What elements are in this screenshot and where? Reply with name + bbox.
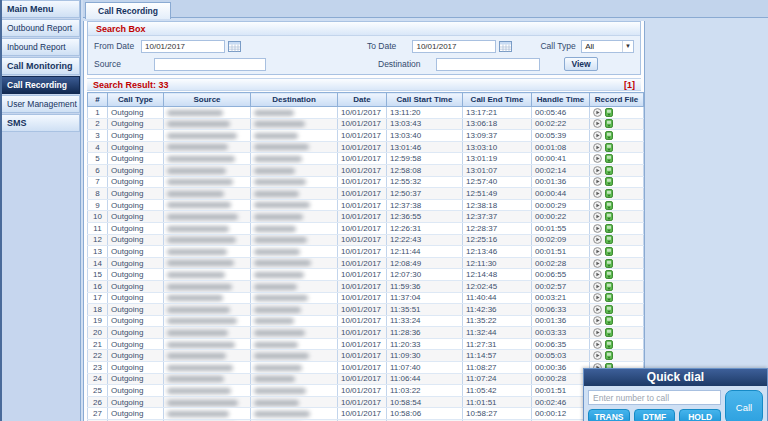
recording-file-icon[interactable]: [605, 154, 613, 163]
table-row: 19Outgoing10/01/201711:33:2411:35:2200:0…: [88, 315, 644, 327]
end-time-cell: 12:02:45: [463, 280, 532, 292]
handle-time-cell: 00:00:41: [532, 153, 590, 165]
recording-file-icon[interactable]: [605, 166, 613, 175]
calendar-icon[interactable]: [228, 41, 241, 52]
play-recording-icon[interactable]: [593, 351, 602, 360]
call-button[interactable]: Call: [725, 390, 763, 421]
recording-file-icon[interactable]: [605, 189, 613, 198]
dtmf-button[interactable]: DTMF: [634, 409, 676, 421]
play-recording-icon[interactable]: [593, 247, 602, 256]
play-recording-icon[interactable]: [593, 328, 602, 337]
play-recording-icon[interactable]: [593, 131, 602, 140]
recording-file-icon[interactable]: [605, 328, 613, 337]
recording-file-icon[interactable]: [605, 305, 613, 314]
play-recording-icon[interactable]: [593, 224, 602, 233]
play-recording-icon[interactable]: [593, 189, 602, 198]
date-cell: 10/01/2017: [338, 327, 387, 339]
masked-source-value: [167, 144, 228, 150]
recording-file-icon[interactable]: [605, 131, 613, 140]
play-recording-icon[interactable]: [593, 212, 602, 221]
handle-time-cell: 00:00:22: [532, 211, 590, 223]
play-recording-icon[interactable]: [593, 201, 602, 210]
call-type-cell: Outgoing: [108, 153, 164, 165]
recording-file-icon[interactable]: [605, 340, 613, 349]
recording-file-icon[interactable]: [605, 108, 613, 117]
sidebar-item-outbound-report[interactable]: Outbound Report: [2, 19, 80, 37]
view-button[interactable]: View: [564, 57, 598, 71]
sidebar-item-inbound-report[interactable]: Inbound Report: [2, 38, 80, 56]
source-input[interactable]: [154, 58, 266, 71]
trans-button[interactable]: TRANS: [588, 409, 630, 421]
end-time-cell: 11:01:51: [463, 396, 532, 408]
destination-input[interactable]: [436, 58, 540, 71]
destination-cell: [251, 164, 338, 176]
dial-number-input[interactable]: [588, 390, 721, 405]
search-result-count: Search Result: 33: [93, 79, 169, 90]
play-recording-icon[interactable]: [593, 143, 602, 152]
end-time-cell: 12:51:49: [463, 188, 532, 200]
source-cell: [164, 130, 251, 142]
recording-file-icon[interactable]: [605, 201, 613, 210]
play-recording-icon[interactable]: [593, 166, 602, 175]
to-date-label: To Date: [367, 41, 412, 51]
end-time-cell: 11:40:44: [463, 292, 532, 304]
hold-button[interactable]: HOLD: [679, 409, 721, 421]
destination-cell: [251, 338, 338, 350]
recording-file-icon[interactable]: [605, 351, 613, 360]
recording-file-icon[interactable]: [605, 212, 613, 221]
play-recording-icon[interactable]: [593, 293, 602, 302]
sidebar-item-call-recording[interactable]: Call Recording: [2, 76, 80, 94]
recording-file-icon[interactable]: [605, 270, 613, 279]
table-row: 24Outgoing10/01/201711:06:4411:07:2400:0…: [88, 373, 644, 385]
row-num: 24: [88, 373, 108, 385]
recording-file-icon[interactable]: [605, 316, 613, 325]
play-recording-icon[interactable]: [593, 154, 602, 163]
recording-file-icon[interactable]: [605, 282, 613, 291]
row-num: 14: [88, 257, 108, 269]
destination-cell: [251, 153, 338, 165]
recording-file-icon[interactable]: [605, 247, 613, 256]
table-row: 4Outgoing10/01/201713:01:4613:03:1000:01…: [88, 141, 644, 153]
play-recording-icon[interactable]: [593, 235, 602, 244]
from-date-input[interactable]: [141, 40, 225, 53]
play-recording-icon[interactable]: [593, 305, 602, 314]
play-recording-icon[interactable]: [593, 108, 602, 117]
record-file-cell: [590, 222, 644, 234]
play-recording-icon[interactable]: [593, 316, 602, 325]
masked-destination-value: [254, 249, 300, 255]
source-cell: [164, 408, 251, 420]
destination-cell: [251, 408, 338, 420]
sidebar-item-sms[interactable]: SMS: [2, 114, 80, 132]
recording-file-icon[interactable]: [605, 177, 613, 186]
record-file-cell: [590, 234, 644, 246]
source-cell: [164, 327, 251, 339]
play-recording-icon[interactable]: [593, 177, 602, 186]
play-recording-icon[interactable]: [593, 119, 602, 128]
record-file-cell: [590, 153, 644, 165]
handle-time-cell: 00:02:46: [532, 396, 590, 408]
to-date-input[interactable]: [412, 40, 496, 53]
tab-call-recording[interactable]: Call Recording: [85, 2, 171, 19]
recording-file-icon[interactable]: [605, 224, 613, 233]
recording-file-icon[interactable]: [605, 235, 613, 244]
date-cell: 10/01/2017: [338, 396, 387, 408]
play-recording-icon[interactable]: [593, 270, 602, 279]
play-recording-icon[interactable]: [593, 282, 602, 291]
source-cell: [164, 362, 251, 374]
recording-file-icon[interactable]: [605, 119, 613, 128]
masked-destination-value: [254, 110, 294, 116]
play-recording-icon[interactable]: [593, 340, 602, 349]
date-cell: 10/01/2017: [338, 222, 387, 234]
table-row: 2Outgoing10/01/201713:03:4313:06:1800:02…: [88, 118, 644, 130]
page-indicator[interactable]: [1]: [624, 79, 635, 90]
recording-file-icon[interactable]: [605, 259, 613, 268]
table-row: 27Outgoing10/01/201710:58:0610:58:2700:0…: [88, 408, 644, 420]
sidebar-item-call-monitoring[interactable]: Call Monitoring: [2, 57, 80, 75]
recording-file-icon[interactable]: [605, 293, 613, 302]
call-type-select[interactable]: All ▼: [581, 40, 634, 53]
recording-file-icon[interactable]: [605, 143, 613, 152]
calendar-icon[interactable]: [499, 41, 512, 52]
play-recording-icon[interactable]: [593, 259, 602, 268]
sidebar-item-user-management[interactable]: User Management: [2, 95, 80, 113]
quick-dial-title[interactable]: Quick dial: [584, 369, 767, 386]
